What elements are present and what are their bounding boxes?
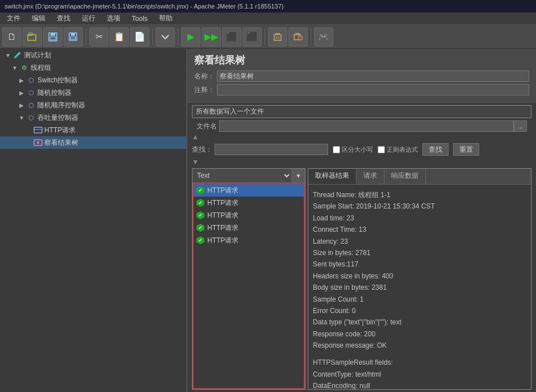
sep1 [86,28,86,45]
results-type-select[interactable]: Text HTML JSON XML [192,169,291,182]
tree-item-random-order[interactable]: ▶ ⬡ 随机顺序控制器 [0,99,186,111]
result-item-3[interactable]: ✓ HTTP请求 [194,222,304,234]
tree-label-listener: 察看结果树 [44,138,78,148]
tree-item-listener[interactable]: 察看结果树 [0,136,186,149]
tree-item-random[interactable]: ▶ ⬡ 随机控制器 [0,86,186,99]
menu-tools[interactable]: Tools [127,14,152,24]
tree-arrow-random-order: ▶ [18,102,25,109]
save-button[interactable] [43,27,62,47]
panel-title: 察看结果树 [194,53,529,67]
result-label-2: HTTP请求 [207,211,238,220]
scroll-down-arrow: ▼ [192,158,199,166]
search-input[interactable] [215,144,328,155]
detail-connect-time: Connect Time: 13 [313,224,526,235]
detail-content-type: ContentType: text/html [313,369,526,380]
stop-button[interactable]: ⬛ [222,27,241,47]
regex-check[interactable]: 正则表达式 [378,145,418,154]
cut-button[interactable]: ✂ [89,27,108,47]
tab-response-data[interactable]: 响应数据 [384,169,426,184]
open-button[interactable] [23,27,42,47]
clear-all-button[interactable] [288,27,308,47]
menu-run[interactable]: 运行 [77,12,100,24]
tab-request[interactable]: 请求 [357,169,384,184]
saveas-button[interactable] [64,27,83,47]
tree-arrow-switch: ▶ [18,77,25,84]
thread-icon: ⚙ [20,63,29,72]
detail-http-fields: HTTPSampleResult fields: [313,357,526,368]
svg-rect-4 [50,37,56,40]
results-items-list: ✓ HTTP请求 ✓ HTTP请求 [192,183,305,389]
tree-item-thread[interactable]: ▼ ⚙ 线程组 [0,61,186,74]
svg-rect-8 [274,35,281,40]
file-label: 文件名 [196,122,219,131]
tree-item-throughput[interactable]: ▼ ⬡ 吞吐量控制器 [0,111,186,124]
stop-all-button[interactable]: ⬛ [242,27,262,47]
search-row: 查找： 区分大小写 正则表达式 查找 重置 [192,143,531,156]
detail-sent-bytes: Sent bytes:117 [313,258,526,270]
run-button[interactable]: ▶ [181,27,200,47]
result-label-4: HTTP请求 [207,236,238,245]
toolbar: 🗋 ✂ 📋 📄 ▶ ▶▶ ⬛ ⬛ 🎮 [0,25,536,49]
shield-icon-2: ✓ [196,211,204,219]
detail-data-type: Data type ("text"|"bin"|""): text [313,316,526,328]
result-item-0[interactable]: ✓ HTTP请求 [194,184,304,197]
menu-help[interactable]: 帮助 [154,12,177,24]
run-all-button[interactable]: ▶▶ [202,27,221,47]
comment-input[interactable] [217,84,529,95]
tab-sampler-result[interactable]: 取样器结果 [308,169,357,184]
tree-panel: ▼ 🧪 测试计划 ▼ ⚙ 线程组 ▶ ⬡ Switch控制器 ▶ ⬡ 随机控制器 [0,49,187,392]
copy-button[interactable]: 📋 [110,27,129,47]
reset-button[interactable]: 重置 [453,143,479,156]
svg-rect-15 [34,127,42,133]
comment-row: 注释： [194,84,529,95]
detail-sample-count: Sample Count: 1 [313,294,526,305]
random-icon: ⬡ [27,88,36,97]
svg-point-18 [37,141,39,144]
tree-label-throughput: 吞吐量控制器 [37,113,78,123]
detail-headers-size: Headers size in bytes: 400 [313,270,526,282]
tree-label-thread: 线程组 [31,63,51,73]
result-item-1[interactable]: ✓ HTTP请求 [194,197,304,209]
paste-button[interactable]: 📄 [130,27,149,47]
tree-item-plan[interactable]: ▼ 🧪 测试计划 [0,49,186,61]
comment-label: 注释： [194,85,217,95]
result-item-4[interactable]: ✓ HTTP请求 [194,234,304,247]
detail-blank [313,351,526,357]
search-button[interactable]: 查找 [422,143,449,156]
tree-item-http[interactable]: HTTP请求 [0,124,186,136]
dropdown-arrow[interactable]: ▼ [291,169,305,182]
tree-label-plan: 测试计划 [24,51,51,60]
scroll-arrows: ▲ [187,133,536,141]
right-panel: 察看结果树 名称： 注释： 所有数据写入一个文件 文件名 ... ▲ [187,49,536,392]
case-sensitive-checkbox[interactable] [333,146,340,153]
detail-error-count: Error Count: 0 [313,305,526,316]
menu-options[interactable]: 选项 [102,12,125,24]
detail-response-message: Response message: OK [313,340,526,351]
svg-rect-3 [51,33,55,36]
regex-label: 正则表达式 [387,145,418,154]
plan-icon: 🧪 [13,51,22,60]
clear-button[interactable] [268,27,287,47]
regex-checkbox[interactable] [378,146,385,153]
shield-icon-4: ✓ [196,236,204,244]
svg-rect-7 [70,37,76,39]
file-section: 所有数据写入一个文件 文件名 ... [192,105,531,133]
expand-button[interactable] [156,27,175,47]
new-button[interactable]: 🗋 [2,27,22,47]
sep2 [152,28,153,45]
result-icon-4: ✓ [196,236,205,245]
menu-edit[interactable]: 编辑 [27,12,50,24]
tree-arrow-thread: ▼ [11,65,18,71]
case-sensitive-check[interactable]: 区分大小写 [333,145,373,154]
menu-search[interactable]: 查找 [52,12,75,24]
menu-file[interactable]: 文件 [2,12,25,24]
file-browse-button[interactable]: ... [514,120,527,132]
sep5 [311,28,311,45]
remote-button[interactable]: 🎮 [314,27,333,47]
detail-response-code: Response code: 200 [313,328,526,340]
tree-item-switch[interactable]: ▶ ⬡ Switch控制器 [0,74,186,86]
result-item-2[interactable]: ✓ HTTP请求 [194,209,304,222]
file-input[interactable] [219,120,514,132]
name-input[interactable] [217,70,529,82]
name-label: 名称： [194,72,217,81]
